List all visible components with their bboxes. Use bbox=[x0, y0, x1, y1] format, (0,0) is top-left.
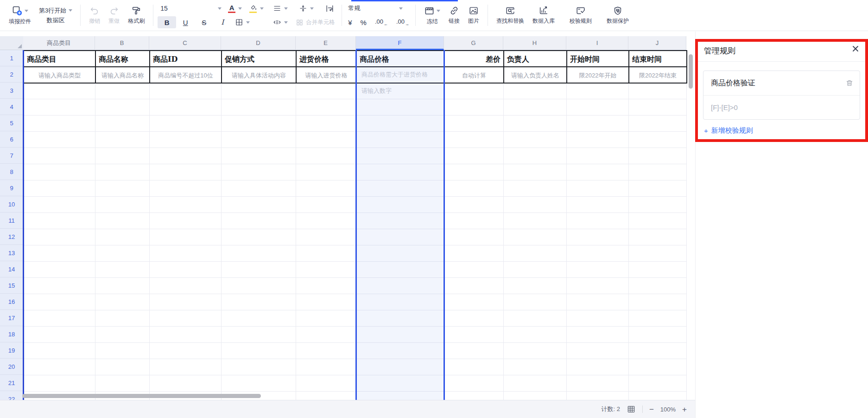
format-painter-button[interactable]: 格式刷 bbox=[124, 6, 149, 25]
column-header-3[interactable]: C bbox=[149, 36, 221, 50]
row-header-14[interactable]: 14 bbox=[0, 261, 23, 277]
column-header-1[interactable]: 商品类目 bbox=[23, 36, 95, 50]
percent-button[interactable]: % bbox=[361, 19, 367, 26]
indent-button[interactable] bbox=[270, 16, 291, 28]
find-replace-button[interactable]: 查找和替换 bbox=[492, 6, 528, 25]
header-cell-结束时间[interactable]: 结束时间 bbox=[628, 50, 687, 67]
column-header-7[interactable]: G bbox=[444, 36, 503, 50]
increase-decimal-button[interactable]: .00→ bbox=[396, 18, 409, 26]
underline-button[interactable]: U bbox=[176, 16, 195, 28]
row-header-13[interactable]: 13 bbox=[0, 245, 23, 261]
header-cell-负责人[interactable]: 负责人 bbox=[503, 50, 567, 67]
link-button[interactable]: 链接 bbox=[444, 6, 464, 25]
spreadsheet-grid[interactable]: 商品类目BCDEFGHIJ123456789101112131415161718… bbox=[0, 32, 695, 400]
font-size-dropdown[interactable]: 15 bbox=[158, 5, 224, 12]
row-header-9[interactable]: 9 bbox=[0, 180, 23, 196]
borders-button[interactable] bbox=[232, 16, 253, 28]
vertical-align-button[interactable] bbox=[296, 2, 317, 14]
row-header-3[interactable]: 3 bbox=[0, 83, 23, 99]
header-cell-商品类目[interactable]: 商品类目 bbox=[23, 50, 96, 67]
row-header-6[interactable]: 6 bbox=[0, 131, 23, 148]
row-header-11[interactable]: 11 bbox=[0, 212, 23, 229]
row-header-18[interactable]: 18 bbox=[0, 326, 23, 342]
zoom-out-button[interactable]: − bbox=[649, 405, 654, 413]
vertical-scrollbar-thumb[interactable] bbox=[689, 54, 693, 89]
merge-cells-button[interactable]: 合并单元格 bbox=[296, 19, 335, 26]
row-header-4[interactable]: 4 bbox=[0, 99, 23, 115]
row-header-5[interactable]: 5 bbox=[0, 115, 23, 131]
column-header-5[interactable]: E bbox=[296, 36, 356, 50]
strikethrough-button[interactable]: S bbox=[195, 16, 213, 28]
fill-widget-button[interactable]: 填报控件 bbox=[5, 5, 35, 26]
row-header-12[interactable]: 12 bbox=[0, 229, 23, 245]
data-store-button[interactable]: 数据入库 bbox=[528, 6, 559, 25]
close-icon[interactable] bbox=[851, 45, 860, 53]
row-header-8[interactable]: 8 bbox=[0, 164, 23, 180]
placeholder-cell-row2-col3[interactable]: 商品编号不超过10位 bbox=[149, 66, 222, 84]
row-header-7[interactable]: 7 bbox=[0, 148, 23, 164]
placeholder-cell-row2-col1[interactable]: 请输入商品类型 bbox=[23, 66, 96, 84]
currency-button[interactable]: ¥ bbox=[348, 19, 352, 26]
zoom-in-button[interactable]: + bbox=[682, 405, 687, 413]
wrap-text-button[interactable] bbox=[322, 2, 337, 14]
column-header-8[interactable]: H bbox=[503, 36, 566, 50]
placeholder-cell-row2-col8[interactable]: 请输入负责人姓名 bbox=[503, 66, 567, 84]
column-header-10[interactable]: J bbox=[628, 36, 686, 50]
number-format-dropdown[interactable]: 常规 bbox=[346, 4, 405, 13]
header-cell-商品ID[interactable]: 商品ID bbox=[149, 50, 222, 67]
trash-icon[interactable] bbox=[845, 79, 854, 87]
rule-formula[interactable]: [F]-[E]>0 bbox=[703, 96, 860, 120]
selected-cell-row3-placeholder[interactable]: 请输入数字 bbox=[357, 83, 448, 99]
column-header-2[interactable]: B bbox=[95, 36, 149, 50]
row-header-19[interactable]: 19 bbox=[0, 342, 23, 359]
column-header-9[interactable]: I bbox=[566, 36, 628, 50]
placeholder-cell-row2-col10[interactable]: 限2022年结束 bbox=[628, 66, 687, 84]
row-header-17[interactable]: 17 bbox=[0, 310, 23, 326]
select-all-corner[interactable] bbox=[0, 36, 23, 50]
validation-rules-button[interactable]: 校验规则 bbox=[565, 6, 596, 25]
header-cell-差价[interactable]: 差价 bbox=[444, 50, 504, 67]
row-header-16[interactable]: 16 bbox=[0, 294, 23, 310]
row-header-10[interactable]: 10 bbox=[0, 196, 23, 212]
header-cell-开始时间[interactable]: 开始时间 bbox=[566, 50, 629, 67]
chevron-down-icon bbox=[310, 7, 314, 10]
italic-button[interactable]: I bbox=[213, 16, 232, 28]
alignment-group: 合并单元格 bbox=[270, 2, 337, 28]
selected-cell-placeholder[interactable]: 商品价格需大于进货价格 bbox=[357, 66, 448, 83]
freeze-button[interactable]: 冻结 bbox=[420, 6, 444, 26]
add-validation-rule-button[interactable]: + 新增校验规则 bbox=[704, 126, 753, 135]
row-header-1[interactable]: 1 bbox=[0, 50, 23, 66]
horizontal-scrollbar-thumb[interactable] bbox=[22, 394, 261, 398]
chevron-down-icon bbox=[399, 7, 403, 10]
row-header-2[interactable]: 2 bbox=[0, 66, 23, 83]
bold-button[interactable]: B bbox=[158, 16, 176, 28]
row-header-21[interactable]: 21 bbox=[0, 375, 23, 391]
horizontal-align-button[interactable] bbox=[270, 2, 291, 14]
placeholder-cell-row2-col4[interactable]: 请输入具体活动内容 bbox=[221, 66, 297, 84]
header-cell-商品名称[interactable]: 商品名称 bbox=[95, 50, 150, 67]
validation-rule-card: 商品价格验证 [F]-[E]>0 bbox=[703, 71, 860, 120]
font-color-button[interactable]: A bbox=[224, 2, 246, 14]
gridline bbox=[23, 391, 686, 392]
fill-color-button[interactable] bbox=[246, 2, 267, 14]
placeholder-cell-row2-col5[interactable]: 请输入进货价格 bbox=[296, 66, 357, 84]
row-header-22[interactable]: 22 bbox=[0, 391, 23, 400]
zoom-level[interactable]: 100% bbox=[660, 406, 676, 413]
data-protection-button[interactable]: 数据保护 bbox=[602, 6, 633, 25]
placeholder-cell-row2-col9[interactable]: 限2022年开始 bbox=[566, 66, 629, 84]
redo-button[interactable]: 重做 bbox=[104, 6, 124, 25]
data-zone-dropdown[interactable]: 第3行开始 数据区 bbox=[35, 6, 76, 25]
number-format-group: 常规 ¥ % .00← .00→ bbox=[346, 2, 411, 28]
row-header-20[interactable]: 20 bbox=[0, 359, 23, 375]
column-header-selected-6[interactable]: F bbox=[356, 36, 444, 50]
decrease-decimal-button[interactable]: .00← bbox=[375, 18, 388, 26]
undo-button[interactable]: 撤销 bbox=[85, 6, 104, 25]
placeholder-cell-row2-col2[interactable]: 请输入商品名称 bbox=[95, 66, 150, 84]
column-header-4[interactable]: D bbox=[221, 36, 296, 50]
header-cell-促销方式[interactable]: 促销方式 bbox=[221, 50, 297, 67]
placeholder-cell-row2-col7[interactable]: 自动计算 bbox=[444, 66, 504, 84]
grid-view-icon[interactable] bbox=[627, 405, 636, 414]
row-header-15[interactable]: 15 bbox=[0, 277, 23, 294]
image-button[interactable]: 图片 bbox=[464, 6, 483, 25]
header-cell-进货价格[interactable]: 进货价格 bbox=[296, 50, 357, 67]
